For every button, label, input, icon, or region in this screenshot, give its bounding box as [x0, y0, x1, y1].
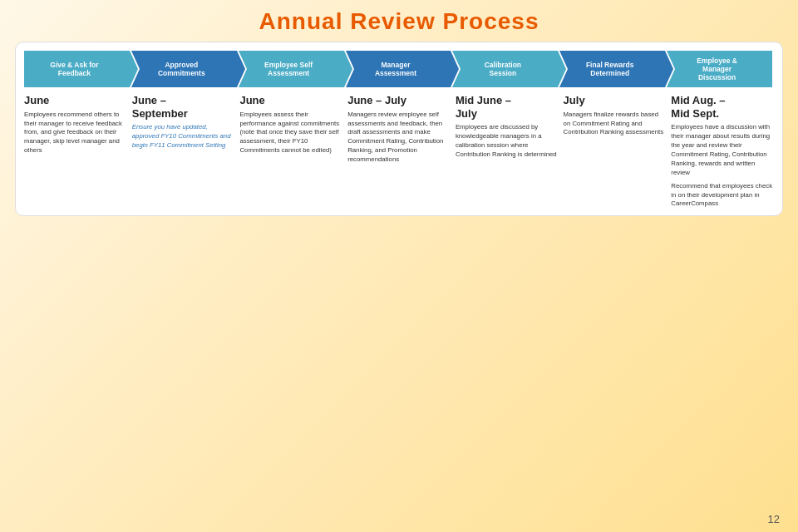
- step-arrow-4: Calibration Session: [452, 51, 558, 87]
- col-date-3: June – July: [347, 94, 451, 107]
- col-text-5: Managers finalize rewards based on Commi…: [564, 111, 667, 138]
- column-2: JuneEmployees assess their performance a…: [239, 94, 342, 155]
- step-label-5: Final Rewards Determined: [586, 61, 634, 77]
- steps-row: Give & Ask for FeedbackApproved Commitme…: [24, 51, 774, 87]
- column-4: Mid June – JulyEmployees are discussed b…: [456, 94, 559, 160]
- step-arrow-6: Employee & Manager Discussion: [667, 51, 772, 87]
- col-text-4: Employees are discussed by knowledgeable…: [456, 123, 559, 160]
- col-date-1: June – September: [132, 94, 235, 120]
- main-container: Give & Ask for FeedbackApproved Commitme…: [15, 42, 783, 216]
- col-text-2: Employees assess their performance again…: [239, 111, 342, 156]
- step-label-3: Manager Assessment: [375, 61, 416, 77]
- step-label-2: Employee Self Assessment: [264, 61, 313, 77]
- column-0: JuneEmployees recommend others to their …: [24, 94, 127, 155]
- step-label-4: Calibration Session: [485, 61, 521, 77]
- col-date-4: Mid June – July: [456, 94, 559, 120]
- col-text-6: Employees have a discussion with their m…: [671, 123, 774, 209]
- step-label-0: Give & Ask for Feedback: [50, 61, 98, 77]
- step-arrow-2: Employee Self Assessment: [239, 51, 344, 87]
- col-text-italic-1: Ensure you have updated, approved FY10 C…: [132, 123, 235, 150]
- step-label-6: Employee & Manager Discussion: [697, 57, 737, 82]
- page-number: 12: [768, 513, 780, 525]
- col-date-5: July: [564, 94, 667, 107]
- step-arrow-1: Approved Commitments: [131, 51, 237, 87]
- column-1: June – SeptemberEnsure you have updated,…: [132, 94, 235, 150]
- col-text-3: Managers review employee self assessment…: [347, 111, 451, 165]
- page-title: Annual Review Process: [15, 8, 783, 35]
- col-text-0: Employees recommend others to their mana…: [24, 111, 127, 156]
- column-6: Mid Aug. – Mid Sept.Employees have a dis…: [671, 94, 774, 209]
- column-5: JulyManagers finalize rewards based on C…: [564, 94, 667, 137]
- step-arrow-0: Give & Ask for Feedback: [24, 51, 130, 87]
- page: Annual Review Process Give & Ask for Fee…: [0, 0, 798, 532]
- col-date-6: Mid Aug. – Mid Sept.: [671, 94, 774, 120]
- content-row: JuneEmployees recommend others to their …: [24, 94, 774, 209]
- column-3: June – JulyManagers review employee self…: [347, 94, 451, 165]
- step-arrow-5: Final Rewards Determined: [559, 51, 665, 87]
- col-date-2: June: [239, 94, 342, 107]
- step-label-1: Approved Commitments: [158, 61, 205, 77]
- col-date-0: June: [24, 94, 127, 107]
- step-arrow-3: Manager Assessment: [346, 51, 451, 87]
